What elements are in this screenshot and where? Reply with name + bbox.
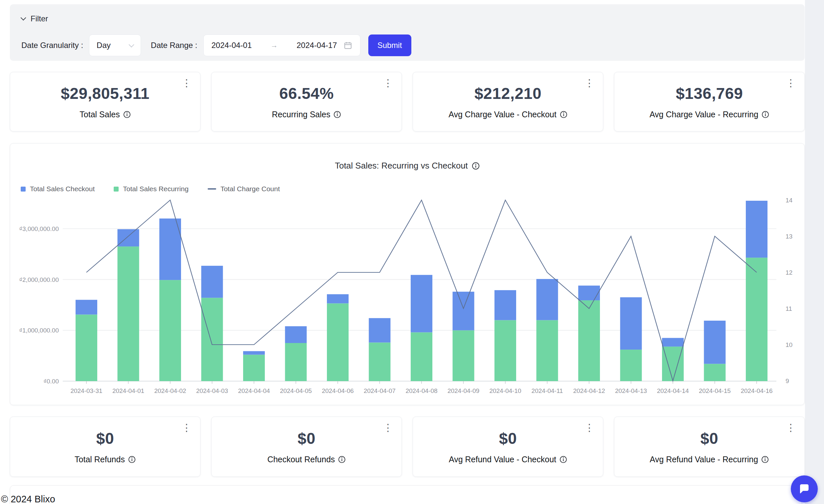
x-axis-label: 2024-04-06 — [322, 387, 353, 394]
kpi-card-total-refunds: ⋮ $0 Total Refunds — [10, 417, 200, 477]
kebab-menu-icon[interactable]: ⋮ — [581, 421, 598, 435]
bar-checkout-2024-04-11 — [536, 279, 558, 320]
kebab-menu-icon[interactable]: ⋮ — [581, 76, 598, 90]
kebab-menu-icon[interactable]: ⋮ — [783, 76, 799, 90]
bar-checkout-2024-04-12 — [578, 286, 600, 300]
bar-checkout-2024-04-13 — [620, 297, 642, 349]
kpi-card-avg-refund-checkout: ⋮ $0 Avg Refund Value - Checkout — [413, 417, 603, 477]
info-icon[interactable] — [761, 111, 769, 118]
bar-recurring-2024-04-14 — [662, 346, 684, 381]
kebab-menu-icon[interactable]: ⋮ — [178, 421, 195, 435]
chat-launcher-button[interactable] — [791, 476, 818, 502]
left-axis-tick-label: ₫3,000,000.00 — [19, 225, 59, 232]
bar-checkout-2024-04-02 — [159, 218, 181, 280]
x-axis-label: 2024-04-13 — [615, 387, 647, 394]
bar-checkout-2024-04-10 — [495, 290, 516, 320]
x-axis-label: 2024-04-12 — [573, 387, 605, 394]
kpi-label: Total Refunds — [75, 455, 125, 464]
x-axis-label: 2024-04-07 — [364, 387, 396, 394]
bar-recurring-2024-04-09 — [453, 330, 475, 381]
x-axis-label: 2024-04-10 — [489, 387, 521, 394]
kpi-value: $136,769 — [676, 84, 743, 103]
bar-recurring-2024-04-15 — [704, 364, 726, 381]
info-icon[interactable] — [338, 456, 346, 463]
submit-button[interactable]: Submit — [368, 34, 411, 56]
bar-checkout-2024-04-16 — [746, 201, 767, 258]
bar-checkout-2024-03-31 — [76, 300, 97, 315]
kpi-card-avg-refund-recurring: ⋮ $0 Avg Refund Value - Recurring — [614, 417, 805, 477]
dual-axis-chart-plot[interactable]: ₫0.00₫1,000,000.00₫2,000,000.00₫3,000,00… — [10, 143, 804, 404]
bar-recurring-2024-04-12 — [578, 300, 600, 381]
right-axis-tick-label: 11 — [786, 305, 792, 312]
x-axis-label: 2024-04-02 — [154, 387, 186, 394]
kpi-value: $0 — [701, 429, 718, 447]
granularity-label: Date Granularity : — [21, 41, 83, 50]
kpi-label: Checkout Refunds — [268, 455, 335, 464]
next-panel-partial — [10, 485, 802, 504]
granularity-value: Day — [97, 41, 111, 50]
x-axis-label: 2024-04-11 — [532, 387, 563, 394]
bar-recurring-2024-04-04 — [243, 355, 265, 381]
sales-chart-panel: Total Sales: Recurring vs Checkout Total… — [10, 143, 805, 405]
copyright-footer: © 2024 Blixo — [1, 494, 55, 504]
info-icon[interactable] — [761, 456, 769, 463]
bar-checkout-2024-04-06 — [327, 294, 348, 304]
filter-collapse-toggle[interactable]: Filter — [21, 14, 48, 23]
kpi-value: $29,805,311 — [61, 84, 149, 103]
info-icon[interactable] — [560, 111, 568, 118]
bar-recurring-2024-04-13 — [620, 349, 642, 381]
x-axis-label: 2024-04-15 — [699, 387, 731, 394]
calendar-icon — [344, 41, 352, 49]
kebab-menu-icon[interactable]: ⋮ — [380, 421, 396, 435]
date-range-label: Date Range : — [151, 41, 197, 50]
kpi-label: Total Sales — [80, 110, 120, 119]
kebab-menu-icon[interactable]: ⋮ — [178, 76, 195, 90]
x-axis-label: 2024-04-03 — [196, 387, 228, 394]
kpi-label: Avg Charge Value - Recurring — [649, 110, 758, 119]
right-axis-tick-label: 9 — [786, 378, 789, 384]
bar-checkout-2024-04-03 — [201, 266, 223, 298]
date-range-start[interactable]: 2024-04-01 — [212, 41, 252, 50]
x-axis-label: 2024-03-31 — [70, 387, 102, 394]
bar-recurring-2024-04-10 — [495, 320, 516, 381]
x-axis-label: 2024-04-09 — [447, 387, 479, 394]
bar-recurring-2024-04-16 — [746, 258, 767, 381]
info-icon[interactable] — [123, 111, 131, 118]
kpi-value: $0 — [298, 429, 315, 447]
kpi-value: $212,210 — [475, 84, 541, 103]
bar-checkout-2024-04-05 — [285, 326, 307, 343]
x-axis-label: 2024-04-04 — [238, 387, 270, 394]
kpi-value: 66.54% — [279, 84, 334, 103]
filter-panel: Filter Date Granularity : Day Date Range… — [10, 4, 805, 61]
info-icon[interactable] — [559, 456, 567, 463]
right-axis-tick-label: 10 — [786, 341, 793, 348]
kpi-card-total-sales: ⋮ $29,805,311 Total Sales — [10, 72, 200, 131]
chat-bubble-icon — [797, 482, 811, 496]
bar-recurring-2024-04-05 — [285, 343, 307, 381]
range-arrow-icon: → — [258, 41, 290, 49]
x-axis-label: 2024-04-14 — [657, 387, 689, 394]
chevron-down-icon — [21, 15, 26, 21]
dashboard-page: Filter Date Granularity : Day Date Range… — [0, 0, 805, 504]
bar-recurring-2024-04-06 — [327, 303, 348, 381]
date-range-input[interactable]: 2024-04-01 → 2024-04-17 — [203, 34, 360, 56]
kebab-menu-icon[interactable]: ⋮ — [783, 421, 799, 435]
left-axis-tick-label: ₫0.00 — [43, 378, 59, 385]
kpi-label: Avg Refund Value - Checkout — [449, 455, 556, 464]
bar-checkout-2024-04-07 — [369, 318, 391, 342]
bar-recurring-2024-03-31 — [76, 314, 97, 381]
kpi-card-checkout-refunds: ⋮ $0 Checkout Refunds — [211, 417, 402, 477]
bar-recurring-2024-04-07 — [369, 342, 391, 381]
bar-recurring-2024-04-11 — [536, 320, 558, 381]
kpi-card-avg-charge-recurring: ⋮ $136,769 Avg Charge Value - Recurring — [614, 72, 805, 131]
info-icon[interactable] — [333, 111, 341, 118]
kpi-row-bottom: ⋮ $0 Total Refunds ⋮ $0 Checkout Refunds… — [10, 417, 805, 477]
granularity-select[interactable]: Day — [89, 34, 141, 56]
date-range-end[interactable]: 2024-04-17 — [297, 41, 337, 50]
bar-recurring-2024-04-02 — [159, 280, 181, 381]
kebab-menu-icon[interactable]: ⋮ — [380, 76, 396, 90]
right-axis-tick-label: 12 — [786, 269, 793, 276]
kpi-label: Avg Charge Value - Checkout — [448, 110, 556, 119]
info-icon[interactable] — [128, 456, 136, 463]
left-axis-tick-label: ₫2,000,000.00 — [19, 276, 59, 283]
